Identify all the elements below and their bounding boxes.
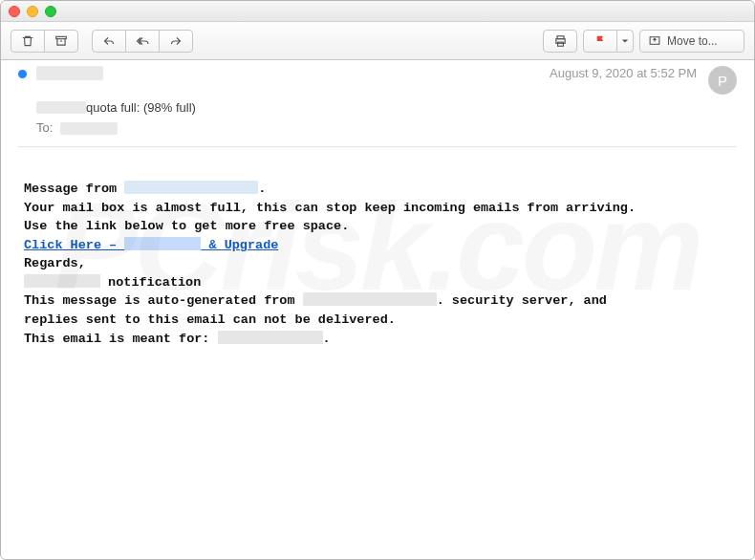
move-to-label: Move to... bbox=[667, 34, 718, 48]
sender-avatar: P bbox=[708, 66, 737, 95]
mail-window: Move to... PCrisk.com August 9, 2020 at … bbox=[0, 0, 755, 560]
to-label: To: bbox=[36, 120, 53, 135]
header-row: August 9, 2020 at 5:52 PM P bbox=[18, 66, 737, 95]
regards-line: Regards, bbox=[24, 254, 731, 273]
move-to-button[interactable]: Move to... bbox=[639, 30, 744, 53]
meant-line: This email is meant for: . bbox=[24, 330, 731, 349]
body-warn-line2: Use the link below to get more free spac… bbox=[24, 217, 731, 236]
upgrade-link-line: Click Here – & Upgrade bbox=[24, 236, 731, 255]
body-from-line: Message from . bbox=[24, 180, 731, 199]
delete-archive-group bbox=[11, 30, 78, 53]
reply-all-button[interactable] bbox=[125, 30, 160, 53]
body-from-redacted bbox=[124, 181, 258, 194]
reply-group bbox=[92, 30, 193, 53]
meant-redacted bbox=[218, 331, 323, 344]
unread-dot-icon bbox=[18, 70, 27, 78]
titlebar bbox=[1, 1, 754, 22]
delete-button[interactable] bbox=[11, 30, 45, 53]
message-datetime: August 9, 2020 at 5:52 PM bbox=[550, 66, 697, 80]
upgrade-link[interactable]: Click Here – & Upgrade bbox=[24, 238, 278, 252]
flag-group bbox=[583, 30, 634, 53]
notification-line: notification bbox=[24, 273, 731, 292]
auto-line2: replies sent to this email can not be de… bbox=[24, 311, 731, 330]
print-button[interactable] bbox=[543, 30, 577, 53]
flag-menu-button[interactable] bbox=[616, 30, 634, 53]
to-line: To: bbox=[36, 120, 737, 135]
minimize-window-button[interactable] bbox=[27, 6, 38, 17]
from-name-redacted bbox=[36, 66, 103, 80]
link-redacted bbox=[124, 237, 201, 250]
flag-button[interactable] bbox=[583, 30, 617, 53]
forward-button[interactable] bbox=[159, 30, 193, 53]
zoom-window-button[interactable] bbox=[45, 6, 56, 17]
close-window-button[interactable] bbox=[9, 6, 20, 17]
svg-rect-0 bbox=[56, 36, 67, 38]
body-warn-line1: Your mail box is almost full, this can s… bbox=[24, 199, 731, 218]
to-redacted bbox=[60, 122, 118, 135]
subject-redacted bbox=[36, 101, 86, 114]
subject-text: quota full: (98% full) bbox=[86, 100, 196, 115]
archive-button[interactable] bbox=[44, 30, 78, 53]
subject-line: quota full: (98% full) bbox=[36, 100, 737, 115]
reply-button[interactable] bbox=[92, 30, 126, 53]
toolbar: Move to... bbox=[1, 22, 754, 60]
notif-redacted bbox=[24, 274, 100, 288]
auto-redacted bbox=[303, 292, 437, 306]
message-pane: PCrisk.com August 9, 2020 at 5:52 PM P q… bbox=[1, 60, 754, 560]
message-body: Message from . Your mail box is almost f… bbox=[18, 147, 737, 348]
auto-line1: This message is auto-generated from . se… bbox=[24, 291, 731, 311]
